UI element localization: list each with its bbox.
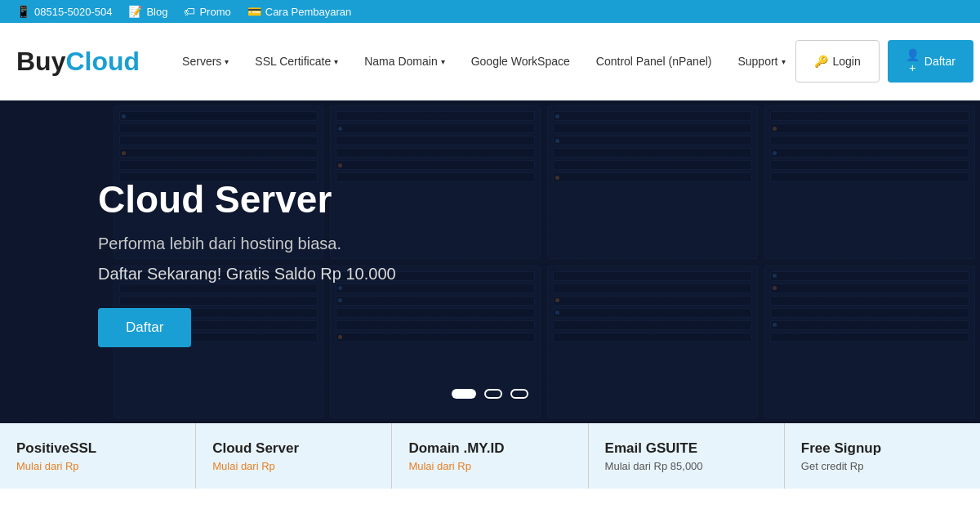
- nav-workspace[interactable]: Google WorkSpace: [461, 48, 580, 74]
- card-domain-subtitle: Mulai dari Rp: [408, 460, 571, 472]
- promo-text: Promo: [199, 6, 230, 18]
- card-free-signup[interactable]: Free Signup Get credit Rp: [785, 423, 980, 489]
- card-email-gsuite[interactable]: Email GSUITE Mulai dari Rp 85,000: [589, 423, 785, 489]
- cara-pembayaran-text: Cara Pembayaran: [265, 6, 352, 18]
- carousel-dots: [452, 389, 528, 399]
- nav-links: Servers ▾ SSL Certificate ▾ Nama Domain …: [172, 48, 795, 74]
- logo[interactable]: BuyCloud: [16, 47, 140, 77]
- promo-icon: 🏷: [184, 5, 195, 18]
- hero-content: Cloud Server Performa lebih dari hosting…: [0, 177, 396, 347]
- support-arrow-icon: ▾: [782, 57, 786, 66]
- card-cloud-server-subtitle: Mulai dari Rp: [212, 460, 375, 472]
- bottom-cards: PositiveSSL Mulai dari Rp Cloud Server M…: [0, 423, 980, 489]
- login-icon: 🔑: [814, 55, 828, 68]
- logo-cloud: Cloud: [65, 47, 140, 76]
- nav-domain[interactable]: Nama Domain ▾: [354, 48, 454, 74]
- logo-buy: Buy: [16, 47, 65, 76]
- card-positivessl-title: PositiveSSL: [16, 440, 179, 457]
- promo-link[interactable]: 🏷 Promo: [184, 5, 230, 18]
- phone-icon: 📱: [16, 5, 30, 18]
- card-domain[interactable]: Domain .MY.ID Mulai dari Rp: [392, 423, 588, 489]
- card-free-signup-title: Free Signup: [801, 440, 964, 457]
- card-free-signup-subtitle: Get credit Rp: [801, 460, 964, 472]
- user-plus-icon: 👤+: [906, 48, 920, 74]
- carousel-dot-1[interactable]: [452, 389, 476, 399]
- hero-promo: Daftar Sekarang! Gratis Saldo Rp 10.000: [98, 265, 396, 284]
- domain-arrow-icon: ▾: [441, 57, 445, 66]
- carousel-dot-2[interactable]: [484, 389, 502, 399]
- nav-right: 🔑 Login 👤+ Daftar: [795, 40, 973, 83]
- blog-icon: 📝: [128, 5, 142, 18]
- hero-subtitle: Performa lebih dari hosting biasa.: [98, 234, 396, 253]
- ssl-arrow-icon: ▾: [334, 57, 338, 66]
- nav-servers[interactable]: Servers ▾: [172, 48, 238, 74]
- hero-section: Cloud Server Performa lebih dari hosting…: [0, 100, 980, 423]
- phone-link[interactable]: 📱 08515-5020-504: [16, 5, 112, 18]
- carousel-dot-3[interactable]: [510, 389, 528, 399]
- blog-text: Blog: [146, 6, 167, 18]
- top-bar: 📱 08515-5020-504 📝 Blog 🏷 Promo 💳 Cara P…: [0, 0, 980, 23]
- card-gsuite-title: Email GSUITE: [605, 440, 768, 457]
- hero-title: Cloud Server: [98, 177, 396, 221]
- card-positivessl[interactable]: PositiveSSL Mulai dari Rp: [0, 423, 196, 489]
- hero-daftar-button[interactable]: Daftar: [98, 308, 191, 347]
- card-domain-title: Domain .MY.ID: [408, 440, 571, 457]
- nav-cpanel[interactable]: Control Panel (nPanel): [586, 48, 722, 74]
- main-nav: BuyCloud Servers ▾ SSL Certificate ▾ Nam…: [0, 23, 980, 100]
- servers-arrow-icon: ▾: [225, 57, 229, 66]
- card-gsuite-subtitle: Mulai dari Rp 85,000: [605, 460, 768, 472]
- cara-pembayaran-link[interactable]: 💳 Cara Pembayaran: [247, 5, 352, 18]
- payment-icon: 💳: [247, 5, 261, 18]
- nav-ssl[interactable]: SSL Certificate ▾: [245, 48, 348, 74]
- nav-support[interactable]: Support ▾: [728, 48, 795, 74]
- daftar-nav-button[interactable]: 👤+ Daftar: [888, 40, 973, 83]
- blog-link[interactable]: 📝 Blog: [128, 5, 167, 18]
- card-cloud-server-title: Cloud Server: [212, 440, 375, 457]
- phone-text: 08515-5020-504: [34, 6, 112, 18]
- card-positivessl-subtitle: Mulai dari Rp: [16, 460, 179, 472]
- card-cloud-server[interactable]: Cloud Server Mulai dari Rp: [196, 423, 392, 489]
- login-button[interactable]: 🔑 Login: [795, 40, 880, 83]
